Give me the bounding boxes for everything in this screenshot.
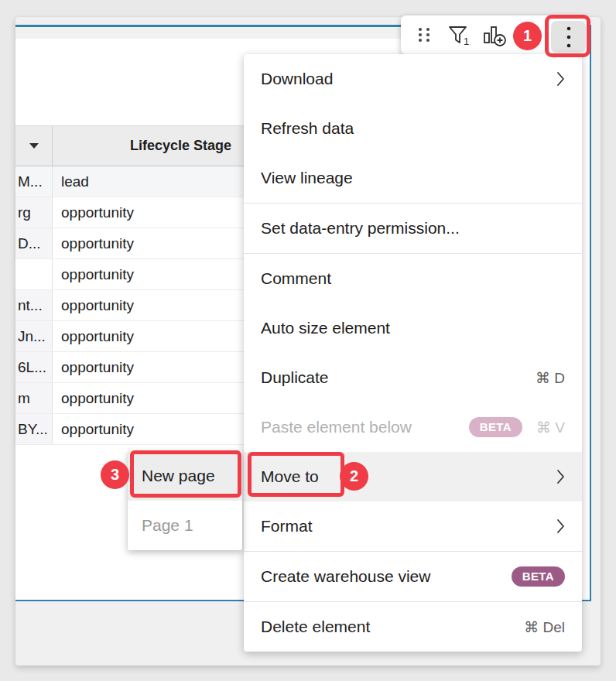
menu-item-comment[interactable]: Comment <box>244 254 582 303</box>
beta-badge: BETA <box>469 417 522 437</box>
move-to-submenu: New page Page 1 <box>128 451 242 550</box>
menu-item-label: Paste element below <box>261 418 412 436</box>
kebab-icon <box>566 26 572 49</box>
cell-key[interactable] <box>15 259 53 289</box>
shortcut-label: ⌘ V <box>536 419 565 436</box>
menu-item-label: Auto size element <box>261 319 390 337</box>
submenu-item-new-page[interactable]: New page <box>128 451 242 501</box>
menu-item-duplicate[interactable]: Duplicate ⌘ D <box>244 353 582 402</box>
menu-item-label: Download <box>261 70 333 88</box>
element-toolbar: 1 <box>401 15 587 54</box>
menu-item-label: Delete element <box>261 618 370 636</box>
add-chart-icon[interactable] <box>478 20 509 50</box>
menu-item-set-data-entry-permission[interactable]: Set data-entry permission... <box>244 204 582 253</box>
menu-item-create-warehouse-view[interactable]: Create warehouse view BETA <box>244 552 582 601</box>
shortcut-label: ⌘ D <box>536 369 565 387</box>
chevron-down-icon[interactable] <box>29 143 39 149</box>
submenu-item-page-1[interactable]: Page 1 <box>128 501 242 550</box>
menu-item-label: Duplicate <box>261 368 329 387</box>
menu-item-refresh-data[interactable]: Refresh data <box>244 104 582 153</box>
shortcut-label: ⌘ Del <box>524 618 565 636</box>
step-badge-2: 2 <box>340 462 368 491</box>
menu-item-auto-size-element[interactable]: Auto size element <box>244 303 582 353</box>
menu-item-label: Refresh data <box>261 119 354 138</box>
cell-key[interactable]: M... <box>15 166 53 197</box>
beta-badge: BETA <box>512 566 565 587</box>
menu-item-delete-element[interactable]: Delete element ⌘ Del <box>244 602 582 652</box>
more-options-button[interactable] <box>551 21 586 53</box>
menu-item-label: View lineage <box>261 169 353 187</box>
cell-key[interactable]: D... <box>15 228 53 258</box>
menu-item-label: Set data-entry permission... <box>261 219 460 238</box>
menu-item-view-lineage[interactable]: View lineage <box>244 153 582 203</box>
element-context-menu: Download Refresh data View lineage Set d… <box>244 54 582 652</box>
filter-icon[interactable]: 1 <box>444 21 472 49</box>
submenu-item-label: Page 1 <box>142 516 193 535</box>
cell-key[interactable]: nt... <box>15 290 53 320</box>
menu-item-label: Move to <box>261 467 319 486</box>
menu-item-label: Comment <box>261 269 331 288</box>
chevron-right-icon <box>556 469 565 484</box>
chevron-right-icon <box>556 71 565 87</box>
menu-item-label: Format <box>261 517 313 536</box>
menu-item-move-to[interactable]: Move to <box>244 452 582 501</box>
submenu-item-label: New page <box>142 467 215 485</box>
menu-item-download[interactable]: Download <box>244 54 582 104</box>
cell-key[interactable]: Jn... <box>15 321 53 351</box>
chevron-right-icon <box>556 518 565 534</box>
menu-item-format[interactable]: Format <box>244 501 582 551</box>
filter-count: 1 <box>464 36 469 47</box>
cell-key[interactable]: m <box>15 383 53 413</box>
cell-key[interactable]: rg <box>15 197 53 228</box>
table-header-key-column[interactable] <box>15 126 53 166</box>
step-badge-3: 3 <box>101 460 129 489</box>
step-badge-1: 1 <box>513 22 542 50</box>
cell-key[interactable]: 6L... <box>15 352 53 382</box>
menu-item-paste-element-below[interactable]: Paste element below BETA ⌘ V <box>244 402 582 452</box>
menu-item-label: Create warehouse view <box>261 567 430 586</box>
screenshot-root: Lifecycle Stage M...lead rgopportunity D… <box>0 0 616 681</box>
cell-key[interactable]: BY... <box>15 414 53 444</box>
drag-handle-icon[interactable] <box>413 25 435 45</box>
